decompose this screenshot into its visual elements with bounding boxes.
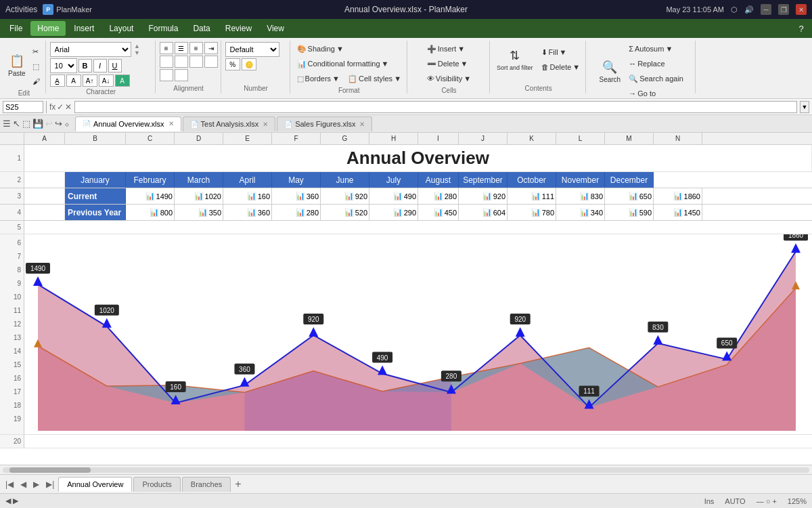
row-label-prev[interactable]: Previous Year: [65, 205, 126, 220]
delete-cells-button[interactable]: ➖ Delete ▼: [424, 57, 474, 70]
sheet-tab-annual[interactable]: Annual Overview: [58, 477, 132, 492]
cell-current-dec[interactable]: 📊650: [605, 188, 654, 204]
restore-button[interactable]: ❐: [778, 4, 789, 15]
sheet-nav-last[interactable]: ▶|: [43, 478, 57, 490]
help-button[interactable]: ?: [793, 20, 809, 37]
conditional-formatting-button[interactable]: 📊 Conditional formatting ▼: [294, 57, 392, 70]
cell-current-nov[interactable]: 📊830: [556, 188, 605, 204]
italic-button[interactable]: I: [93, 59, 107, 72]
formula-cancel-icon[interactable]: ✕: [65, 102, 72, 112]
cell-prev-feb[interactable]: 📊800: [126, 205, 175, 220]
font-color-button[interactable]: A̲: [50, 75, 65, 87]
delete-content-button[interactable]: 🗑 Delete ▼: [539, 60, 583, 74]
cell-prev-sep[interactable]: 📊604: [459, 205, 508, 220]
font-size-select[interactable]: 10: [50, 58, 77, 73]
month-header-aug[interactable]: August: [418, 172, 459, 188]
col-header-l[interactable]: L: [556, 133, 605, 144]
cell-prev-may[interactable]: 📊280: [272, 205, 321, 220]
formula-func-icon[interactable]: fx: [49, 102, 55, 112]
insert-button[interactable]: ➕ Insert ▼: [424, 42, 474, 56]
month-header-nov[interactable]: November: [556, 172, 605, 188]
cell-current-jul[interactable]: 📊490: [369, 188, 418, 204]
cell-current-may[interactable]: 📊360: [272, 188, 321, 204]
fill-button[interactable]: ⬇ Fill ▼: [539, 45, 583, 59]
activities-button[interactable]: Activities: [5, 5, 37, 14]
cell-4a[interactable]: [24, 205, 65, 220]
merge-button[interactable]: [160, 69, 173, 81]
frame-icon[interactable]: ⬚: [22, 119, 30, 129]
add-sheet-button[interactable]: +: [232, 478, 244, 490]
cell-prev-jul[interactable]: 📊290: [369, 205, 418, 220]
month-header-mar[interactable]: March: [175, 172, 223, 188]
cell-5[interactable]: [24, 221, 812, 234]
autosum-button[interactable]: Σ Autosum ▼: [626, 42, 686, 56]
goto-button[interactable]: → Go to: [626, 87, 686, 100]
minimize-button[interactable]: ─: [761, 4, 771, 15]
cell-prev-aug[interactable]: 📊450: [418, 205, 459, 220]
cell-reference-input[interactable]: [3, 101, 43, 113]
formula-input[interactable]: [74, 101, 797, 113]
formula-expand-button[interactable]: ▼: [800, 101, 809, 113]
annual-title-cell[interactable]: Annual Overview: [24, 145, 812, 171]
col-header-m[interactable]: M: [605, 133, 654, 144]
cell-style-button[interactable]: A: [115, 75, 130, 87]
redo-icon[interactable]: ↪: [55, 119, 62, 129]
borders-button[interactable]: ⬚ Borders ▼: [294, 72, 342, 85]
month-header-sep[interactable]: September: [459, 172, 508, 188]
search-again-button[interactable]: 🔍 Search again: [626, 72, 686, 85]
menu-view[interactable]: View: [260, 21, 291, 36]
cell-current-mar[interactable]: 📊1020: [175, 188, 223, 204]
thousands-button[interactable]: 🪙: [242, 58, 256, 70]
cell-3a[interactable]: [24, 188, 65, 204]
col-header-n[interactable]: N: [654, 133, 702, 144]
col-header-c[interactable]: C: [126, 133, 175, 144]
percent-button[interactable]: %: [225, 58, 240, 70]
tab-close-sales[interactable]: ✕: [359, 121, 365, 128]
cell-prev-oct[interactable]: 📊780: [508, 205, 556, 220]
chart-container[interactable]: 149010201603609204902809201118306501860: [24, 234, 812, 434]
cut-button[interactable]: ✂: [30, 45, 43, 58]
cell-prev-nov[interactable]: 📊340: [556, 205, 605, 220]
tab-test-analysis[interactable]: 📄 Test Analysis.xlsx ✕: [183, 117, 276, 131]
menu-home[interactable]: Home: [30, 21, 66, 36]
bold-button[interactable]: B: [78, 59, 92, 72]
undo-icon[interactable]: ↩: [45, 119, 53, 129]
cell-prev-dec[interactable]: 📊590: [605, 205, 654, 220]
menu-data[interactable]: Data: [186, 21, 217, 36]
cell-current-extra[interactable]: 📊1860: [654, 188, 702, 204]
col-header-f[interactable]: F: [272, 133, 321, 144]
month-header-may[interactable]: May: [272, 172, 321, 188]
horizontal-scrollbar[interactable]: [0, 465, 812, 474]
pointer-icon[interactable]: ↖: [13, 119, 20, 129]
tab-close-annual[interactable]: ✕: [168, 120, 174, 127]
font-shrink-button[interactable]: A↓: [99, 75, 114, 87]
paste-button[interactable]: 📋 Paste: [5, 47, 28, 83]
close-button[interactable]: ✕: [796, 4, 807, 15]
tab-close-test[interactable]: ✕: [263, 121, 268, 128]
row-label-current[interactable]: Current: [65, 188, 126, 204]
month-header-apr[interactable]: April: [223, 172, 272, 188]
cell-prev-jun[interactable]: 📊520: [321, 205, 369, 220]
col-header-i[interactable]: I: [418, 133, 459, 144]
search-button[interactable]: 🔍 Search: [596, 54, 623, 89]
cell-current-feb[interactable]: 📊1490: [126, 188, 175, 204]
valign-mid-button[interactable]: [175, 56, 188, 68]
sort-filter-button[interactable]: ⇅ Sort and filter: [494, 42, 536, 77]
format-painter-button[interactable]: 🖌: [30, 75, 43, 88]
col-header-d[interactable]: D: [175, 133, 223, 144]
cell-current-sep[interactable]: 📊920: [459, 188, 508, 204]
zoom-controls[interactable]: — ○ +: [757, 497, 777, 505]
font-grow-button[interactable]: A↑: [83, 75, 97, 87]
sheet-tab-branches[interactable]: Branches: [182, 477, 231, 492]
cell-current-apr[interactable]: 📊160: [223, 188, 272, 204]
indent-button[interactable]: ⇥: [204, 42, 218, 54]
replace-button[interactable]: ↔ Replace: [626, 57, 686, 70]
month-header-jun[interactable]: June: [321, 172, 369, 188]
cell-prev-mar[interactable]: 📊350: [175, 205, 223, 220]
cell-current-jun[interactable]: 📊920: [321, 188, 369, 204]
col-header-g[interactable]: G: [321, 133, 369, 144]
menu-review[interactable]: Review: [219, 21, 258, 36]
scrollbar-track[interactable]: [3, 467, 809, 473]
col-header-b[interactable]: B: [65, 133, 126, 144]
font-size-down[interactable]: ▼: [134, 49, 141, 56]
